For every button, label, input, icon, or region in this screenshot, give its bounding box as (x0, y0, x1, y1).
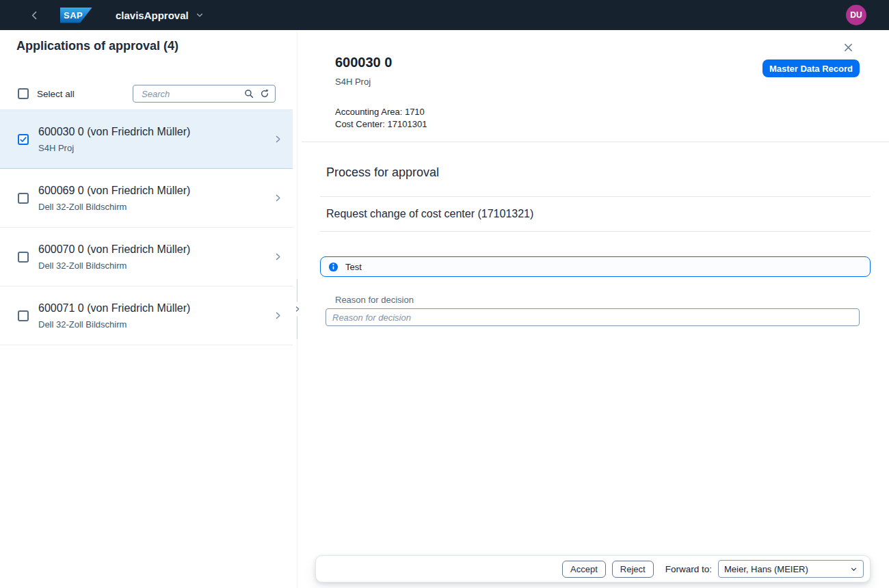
list-item[interactable]: 600071 0 (von Friedrich Müller) Dell 32-… (0, 286, 293, 345)
accounting-area-text: Accounting Area: 1710 (335, 106, 860, 118)
item-title: 600070 0 (von Friedrich Müller) (38, 243, 274, 256)
chevron-left-icon (30, 10, 39, 21)
footer-bar: Accept Reject Forward to: Meier, Hans (M… (315, 555, 871, 583)
refresh-icon[interactable] (260, 89, 269, 98)
search-field[interactable] (133, 85, 276, 103)
accept-button[interactable]: Accept (562, 561, 606, 578)
item-subtitle: Dell 32-Zoll Bildschirm (38, 260, 274, 271)
select-all-label: Select all (37, 89, 75, 99)
process-row[interactable]: Request change of cost center (17101321) (320, 196, 871, 232)
reject-button[interactable]: Reject (612, 561, 654, 578)
item-title: 600071 0 (von Friedrich Müller) (38, 302, 274, 315)
master-data-record-button[interactable]: Master Data Record (762, 59, 860, 77)
detail-header: 600030 0 S4H Proj Master Data Record Acc… (302, 30, 889, 142)
item-title: 600069 0 (von Friedrich Müller) (38, 185, 274, 197)
forward-to-label: Forward to: (665, 564, 712, 574)
item-title: 600030 0 (von Friedrich Müller) (38, 126, 274, 138)
list-item[interactable]: 600069 0 (von Friedrich Müller) Dell 32-… (0, 169, 293, 228)
list-item[interactable]: 600070 0 (von Friedrich Müller) Dell 32-… (0, 228, 293, 286)
reason-input[interactable] (326, 308, 860, 326)
back-button[interactable] (21, 0, 48, 30)
close-button[interactable] (842, 41, 855, 54)
search-input[interactable] (140, 88, 238, 100)
chevron-right-icon (274, 252, 282, 261)
approval-list-panel: Applications of approval (4) Select all (0, 30, 293, 588)
approval-list: 600030 0 (von Friedrich Müller) S4H Proj… (0, 109, 293, 345)
detail-panel: 600030 0 S4H Proj Master Data Record Acc… (302, 30, 889, 588)
splitter-expand-button[interactable] (293, 302, 302, 317)
select-all-control[interactable]: Select all (18, 88, 133, 99)
item-texts: 600071 0 (von Friedrich Müller) Dell 32-… (38, 302, 274, 330)
info-message-strip: Test (320, 256, 871, 277)
item-texts: 600069 0 (von Friedrich Müller) Dell 32-… (38, 185, 274, 212)
process-section-title: Process for approval (326, 165, 871, 180)
item-subtitle: Dell 32-Zoll Bildschirm (38, 319, 274, 330)
app-title-menu[interactable]: clavisApproval (116, 10, 204, 21)
detail-meta: Accounting Area: 1710 Cost Center: 17101… (335, 106, 860, 131)
sap-logo-text: SAP (64, 10, 83, 21)
shell-bar: SAP clavisApproval DU (0, 0, 889, 30)
list-toolbar: Select all (18, 85, 276, 103)
reason-label: Reason for decision (335, 295, 860, 305)
process-section: Process for approval Request change of c… (302, 165, 889, 232)
message-text: Test (345, 262, 362, 272)
item-checkbox[interactable] (18, 310, 29, 321)
user-avatar[interactable]: DU (846, 5, 866, 25)
reason-block: Reason for decision (326, 295, 860, 326)
forward-to-value: Meier, Hans (MEIER) (724, 564, 808, 574)
detail-subtitle: S4H Proj (335, 77, 860, 87)
item-texts: 600070 0 (von Friedrich Müller) Dell 32-… (38, 243, 274, 271)
item-checkbox[interactable] (18, 193, 29, 204)
cost-center-text: Cost Center: 17101301 (335, 118, 860, 131)
item-subtitle: Dell 32-Zoll Bildschirm (38, 202, 274, 212)
page-title: Applications of approval (4) (16, 39, 276, 53)
close-icon (843, 42, 853, 53)
item-texts: 600030 0 (von Friedrich Müller) S4H Proj (38, 126, 274, 153)
item-checkbox[interactable] (18, 134, 29, 145)
info-icon (328, 262, 339, 272)
chevron-right-icon (295, 306, 300, 312)
chevron-down-icon (850, 565, 858, 573)
user-initials: DU (850, 10, 862, 20)
item-subtitle: S4H Proj (38, 143, 274, 153)
chevron-down-icon (196, 11, 204, 19)
split-layout: Applications of approval (4) Select all (0, 30, 889, 588)
search-icon[interactable] (244, 89, 254, 98)
select-all-checkbox[interactable] (18, 88, 29, 99)
item-checkbox[interactable] (18, 252, 29, 263)
chevron-right-icon (274, 193, 282, 202)
forward-to-select[interactable]: Meier, Hans (MEIER) (718, 560, 864, 578)
list-item[interactable]: 600030 0 (von Friedrich Müller) S4H Proj (0, 110, 293, 169)
app-title: clavisApproval (116, 10, 189, 21)
chevron-right-icon (274, 135, 282, 144)
sap-logo: SAP (60, 8, 92, 23)
panel-splitter[interactable] (293, 30, 302, 588)
chevron-right-icon (274, 311, 282, 320)
